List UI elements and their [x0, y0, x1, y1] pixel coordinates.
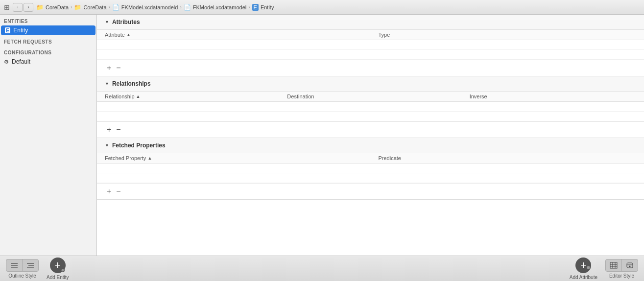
toolbar-right: + Add Attribute — [570, 258, 638, 280]
sidebar-item-default[interactable]: ⚙ Default — [0, 57, 96, 67]
fetched-empty-row-2 — [97, 173, 644, 183]
nav-forward-button[interactable]: › — [24, 3, 33, 12]
outline-style-label: Outline Style — [8, 273, 36, 279]
breadcrumb-sep-4: › — [248, 4, 250, 10]
attribute-col-header[interactable]: Attribute ▲ — [97, 30, 371, 40]
content-area: ▼ Attributes Attribute ▲ Type + − — [97, 15, 644, 256]
add-fetched-row-button[interactable]: + — [105, 187, 113, 196]
inverse-col-header[interactable]: Inverse — [462, 92, 644, 101]
attributes-actions: + − — [97, 60, 644, 76]
relationship-col-header[interactable]: Relationship ▲ — [97, 92, 279, 101]
destination-col-label: Destination — [287, 94, 314, 99]
fetched-property-col-header[interactable]: Fetched Property ▲ — [97, 153, 371, 163]
remove-attribute-row-button[interactable]: − — [114, 63, 122, 73]
relationships-section: ▼ Relationships Relationship ▲ Destinati… — [97, 76, 644, 138]
entities-section-label: ENTITIES — [0, 15, 96, 25]
breadcrumb-label-2: CoreData — [83, 4, 106, 10]
outline-style-group: Outline Style — [6, 259, 39, 279]
svg-rect-8 — [610, 262, 617, 268]
titlebar: ⊞ ‹ › 📁 CoreData › 📁 CoreData › 📄 FKMode… — [0, 0, 644, 15]
attributes-empty-row-1 — [97, 40, 644, 50]
main-layout: ENTITIES E Entity FETCH REQUESTS CONFIGU… — [0, 15, 644, 256]
add-relationship-row-button[interactable]: + — [105, 125, 113, 135]
toolbar-left: Outline Style + Add Entity — [6, 258, 69, 280]
outline-style-list-button[interactable] — [6, 259, 22, 271]
destination-col-header[interactable]: Destination — [279, 92, 461, 101]
attributes-title: Attributes — [112, 19, 140, 25]
predicate-col-header[interactable]: Predicate — [371, 153, 644, 163]
svg-rect-1 — [11, 265, 18, 266]
breadcrumb-label-5: Entity — [261, 4, 274, 10]
breadcrumb-item-entity[interactable]: E Entity — [252, 4, 274, 11]
fetched-sort-icon: ▲ — [147, 156, 152, 161]
breadcrumb-item-coredata1[interactable]: 📁 CoreData — [36, 4, 69, 11]
breadcrumb: 📁 CoreData › 📁 CoreData › 📄 FKModel.xcda… — [36, 4, 274, 11]
editor-style-group: Editor Style — [605, 259, 638, 279]
relationships-triangle: ▼ — [105, 81, 109, 86]
attributes-section: ▼ Attributes Attribute ▲ Type + − — [97, 15, 644, 76]
folder-icon: 📁 — [36, 4, 44, 11]
fetched-triangle: ▼ — [105, 143, 109, 148]
attributes-table-header: Attribute ▲ Type — [97, 30, 644, 40]
svg-rect-2 — [11, 267, 18, 268]
editor-style-graph-button[interactable] — [621, 259, 638, 271]
add-entity-label: Add Entity — [47, 275, 69, 280]
breadcrumb-label-3: FKModel.xcdatamodeld — [121, 4, 178, 10]
entity-item-icon: E — [5, 27, 10, 33]
breadcrumb-item-fkmodeld[interactable]: 📄 FKModel.xcdatamodeld — [112, 4, 178, 11]
inverse-col-label: Inverse — [470, 94, 487, 99]
outline-style-buttons — [6, 259, 39, 272]
fetched-properties-title: Fetched Properties — [112, 142, 166, 149]
predicate-col-label: Predicate — [379, 155, 401, 161]
relationship-col-label: Relationship — [105, 94, 135, 99]
svg-rect-0 — [11, 263, 18, 264]
add-attribute-dot — [587, 259, 590, 272]
add-attribute-group: + Add Attribute — [570, 258, 597, 280]
add-attribute-label: Add Attribute — [570, 275, 597, 280]
relationship-sort-icon: ▲ — [136, 94, 141, 99]
type-col-label: Type — [379, 32, 390, 38]
bottom-toolbar: Outline Style + Add Entity + Add Attribu… — [0, 256, 644, 281]
outline-style-indent-button[interactable] — [22, 259, 38, 271]
remove-relationship-row-button[interactable]: − — [114, 125, 122, 135]
svg-rect-4 — [28, 265, 34, 266]
type-col-header[interactable]: Type — [371, 30, 644, 40]
grid-icon[interactable]: ⊞ — [4, 3, 10, 11]
svg-rect-5 — [27, 267, 34, 268]
svg-point-6 — [61, 269, 64, 271]
folder-icon-2: 📁 — [74, 4, 81, 11]
model-icon: 📄 — [184, 4, 191, 11]
configurations-section-label: CONFIGURATIONS — [0, 46, 96, 57]
attributes-empty-row-2 — [97, 50, 644, 60]
editor-style-label: Editor Style — [609, 273, 634, 279]
file-icon: 📄 — [112, 4, 119, 11]
relationships-title: Relationships — [112, 80, 151, 87]
breadcrumb-item-fkmodel[interactable]: 📄 FKModel.xcdatamodel — [184, 4, 246, 11]
fetched-properties-header[interactable]: ▼ Fetched Properties — [97, 138, 644, 153]
add-attribute-icon-circle[interactable]: + — [575, 258, 591, 273]
add-entity-group: + Add Entity — [47, 258, 69, 280]
fetch-requests-section-label: FETCH REQUESTS — [0, 35, 96, 46]
breadcrumb-label-4: FKModel.xcdatamodel — [193, 4, 246, 10]
sidebar-entity-label: Entity — [13, 27, 28, 34]
config-icon: ⚙ — [4, 59, 9, 65]
relationships-header[interactable]: ▼ Relationships — [97, 76, 644, 92]
editor-style-table-button[interactable] — [606, 259, 621, 271]
attributes-header[interactable]: ▼ Attributes — [97, 15, 644, 30]
breadcrumb-item-coredata2[interactable]: 📁 CoreData — [74, 4, 106, 11]
sidebar-default-label: Default — [12, 58, 30, 65]
add-attribute-row-button[interactable]: + — [105, 63, 113, 73]
attribute-col-label: Attribute — [105, 32, 125, 38]
relationships-actions: + − — [97, 121, 644, 138]
add-attribute-plus: + — [580, 259, 587, 272]
editor-style-buttons — [605, 259, 638, 272]
nav-buttons: ‹ › — [13, 3, 33, 12]
fetched-table-header: Fetched Property ▲ Predicate — [97, 153, 644, 164]
sidebar-item-entity[interactable]: E Entity — [1, 25, 95, 35]
relationships-empty-row-2 — [97, 112, 644, 121]
add-entity-icon-circle[interactable]: + — [50, 258, 66, 273]
add-entity-dot — [61, 268, 65, 272]
entity-icon: E — [252, 4, 259, 11]
nav-back-button[interactable]: ‹ — [13, 3, 23, 12]
remove-fetched-row-button[interactable]: − — [114, 187, 122, 196]
